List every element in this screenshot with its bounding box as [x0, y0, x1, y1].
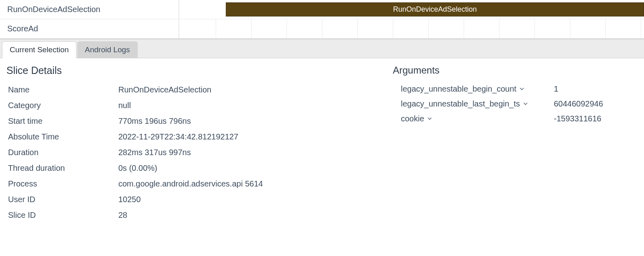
detail-row: Start time 770ms 196us 796ns [6, 113, 393, 129]
timeline-cell [358, 19, 393, 38]
timeline-cell [393, 19, 429, 38]
argument-row: legacy_unnestable_last_begin_ts 60446092… [393, 96, 639, 111]
detail-row: User ID 10250 [6, 192, 393, 207]
slice-details-heading: Slice Details [6, 65, 393, 76]
track-label[interactable]: RunOnDeviceAdSelection [0, 0, 179, 19]
timeline-cell [429, 19, 464, 38]
chevron-down-icon[interactable] [523, 102, 528, 105]
detail-value: 28 [118, 211, 393, 220]
detail-value: 0s (0.00%) [118, 164, 393, 173]
track-timeline[interactable]: RunOnDeviceAdSelection [179, 0, 644, 19]
argument-key[interactable]: cookie [393, 114, 554, 123]
timeline-cell [287, 19, 322, 38]
argument-key-text: cookie [401, 114, 424, 123]
details-panel: Slice Details Name RunOnDeviceAdSelectio… [0, 58, 644, 223]
argument-key[interactable]: legacy_unnestable_last_begin_ts [393, 99, 554, 109]
detail-row: Slice ID 28 [6, 207, 393, 223]
argument-value: 1 [554, 84, 639, 94]
chevron-down-icon[interactable] [427, 117, 432, 120]
argument-value: 60446092946 [554, 99, 639, 109]
argument-key-text: legacy_unnestable_last_begin_ts [401, 99, 520, 109]
detail-value: 770ms 196us 796ns [118, 117, 393, 126]
track-label[interactable]: ScoreAd [0, 19, 179, 38]
timeline-cell [606, 19, 641, 38]
timeline-cell [322, 19, 358, 38]
tab-current-selection[interactable]: Current Selection [2, 41, 76, 58]
argument-value: -1593311616 [554, 114, 639, 123]
detail-value: 2022-11-29T22:34:42.812192127 [118, 132, 393, 141]
detail-key: Name [6, 85, 118, 94]
detail-key: Category [6, 101, 118, 110]
timeline-cell [464, 19, 500, 38]
detail-key: Start time [6, 117, 118, 126]
timeline-cell [179, 19, 216, 38]
argument-row: legacy_unnestable_begin_count 1 [393, 82, 639, 96]
detail-value: null [118, 101, 393, 110]
timeline-cell [252, 19, 287, 38]
detail-key: Process [6, 179, 118, 188]
timeline-cell [535, 19, 570, 38]
arguments-heading: Arguments [393, 65, 639, 76]
detail-row: Duration 282ms 317us 997ns [6, 145, 393, 160]
argument-key-text: legacy_unnestable_begin_count [401, 84, 516, 94]
detail-row: Process com.google.android.adservices.ap… [6, 176, 393, 192]
track-row: RunOnDeviceAdSelection RunOnDeviceAdSele… [0, 0, 644, 19]
timeline-cell [500, 19, 535, 38]
detail-value: com.google.android.adservices.api 5614 [118, 179, 393, 188]
detail-row: Category null [6, 98, 393, 113]
argument-key[interactable]: legacy_unnestable_begin_count [393, 84, 554, 94]
detail-value: 282ms 317us 997ns [118, 148, 393, 157]
tabs-bar: Current Selection Android Logs [0, 39, 644, 58]
slice-details-column: Slice Details Name RunOnDeviceAdSelectio… [6, 65, 393, 223]
detail-key: Duration [6, 148, 118, 157]
detail-value: 10250 [118, 195, 393, 204]
timeline-cell [216, 19, 252, 38]
detail-row: Absolute Time 2022-11-29T22:34:42.812192… [6, 129, 393, 145]
detail-row: Thread duration 0s (0.00%) [6, 160, 393, 176]
detail-value: RunOnDeviceAdSelection [118, 85, 393, 94]
tab-android-logs[interactable]: Android Logs [77, 41, 138, 58]
detail-key: Absolute Time [6, 132, 118, 141]
detail-key: Thread duration [6, 164, 118, 173]
trace-slice[interactable]: RunOnDeviceAdSelection [226, 2, 644, 16]
timeline-cell [570, 19, 606, 38]
track-row: ScoreAd [0, 19, 644, 39]
detail-key: User ID [6, 195, 118, 204]
argument-row: cookie -1593311616 [393, 111, 639, 126]
trace-track-area: RunOnDeviceAdSelection RunOnDeviceAdSele… [0, 0, 644, 39]
chevron-down-icon[interactable] [520, 88, 524, 90]
arguments-column: Arguments legacy_unnestable_begin_count … [393, 65, 639, 223]
track-timeline[interactable] [179, 19, 644, 38]
detail-row: Name RunOnDeviceAdSelection [6, 82, 393, 98]
detail-key: Slice ID [6, 211, 118, 220]
